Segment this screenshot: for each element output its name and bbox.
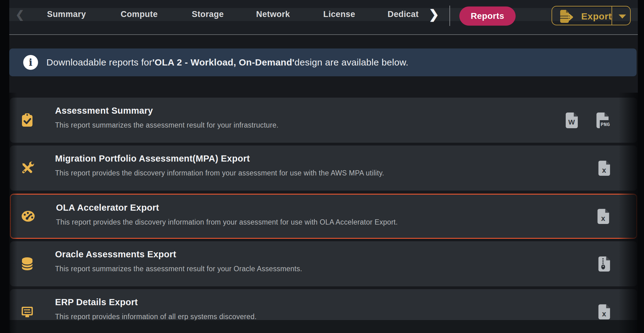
download-actions: x (597, 209, 610, 224)
chevron-right-icon[interactable]: ❯ (429, 8, 439, 20)
report-description: This report summarizes the assessment re… (55, 121, 278, 129)
database-icon (20, 256, 35, 271)
report-row-oracle-assessments-export: Oracle Assessments Export This report su… (10, 241, 637, 286)
banner-prefix: Downloadable reports for (46, 57, 152, 68)
svg-text:PNG: PNG (601, 122, 610, 128)
banner-text: Downloadable reports for 'OLA 2 - Worklo… (46, 48, 408, 76)
top-navigation-bar: ❮ Summary Compute Storage Network Licens… (9, 0, 638, 35)
tab-storage[interactable]: Storage (192, 10, 224, 19)
erp-board-icon (20, 304, 35, 319)
report-description: This report provides information of all … (55, 313, 257, 321)
file-png-icon[interactable]: PNG (596, 112, 611, 128)
tab-summary[interactable]: Summary (47, 10, 86, 19)
caret-down-icon[interactable] (619, 15, 626, 19)
chevron-left-icon[interactable]: ❮ (15, 9, 24, 20)
main-panel: ❮ Summary Compute Storage Network Licens… (9, 0, 638, 333)
tab-dedicated[interactable]: Dedicat (388, 10, 419, 19)
download-actions: x (598, 160, 611, 176)
reports-label: Reports (471, 11, 504, 21)
report-row-erp-details-export: ERP Details Export This report provides … (10, 289, 637, 333)
download-actions (598, 256, 611, 272)
report-title: Migration Portfolio Assessment(MPA) Expo… (55, 154, 250, 164)
header-divider-line (9, 34, 638, 35)
report-description: This report summarizes the assessment re… (55, 265, 302, 273)
svg-text:x: x (602, 166, 606, 174)
tools-icon (20, 161, 35, 175)
svg-text:x: x (602, 310, 606, 318)
tab-reports-active[interactable]: Reports (459, 6, 516, 26)
export-button-divider (612, 6, 612, 25)
tab-compute[interactable]: Compute (121, 10, 158, 19)
nav-divider (449, 6, 450, 26)
report-row-ola-accelerator-export: OLA Accelerator Export This report provi… (10, 194, 637, 239)
download-actions: x (598, 304, 611, 319)
export-label: Export (581, 11, 612, 22)
file-export-icon (559, 10, 573, 23)
file-excel-icon[interactable]: x (597, 209, 610, 224)
info-banner: i Downloadable reports for 'OLA 2 - Work… (9, 48, 637, 76)
file-zip-icon[interactable] (598, 256, 611, 272)
svg-text:W: W (568, 118, 575, 126)
report-title: ERP Details Export (55, 297, 138, 307)
svg-text:x: x (601, 214, 605, 222)
report-title: Assessment Summary (55, 106, 153, 116)
clipboard-check-icon (20, 113, 35, 128)
file-word-icon[interactable]: W (565, 112, 579, 128)
info-icon: i (23, 55, 38, 70)
report-row-assessment-summary: Assessment Summary This report summarize… (10, 98, 637, 143)
banner-suffix: design are available below. (294, 57, 408, 68)
report-title: Oracle Assessments Export (55, 249, 176, 259)
banner-design-name: 'OLA 2 - Workload, On-Demand' (152, 57, 294, 68)
report-title: OLA Accelerator Export (56, 203, 159, 213)
file-excel-icon[interactable]: x (598, 160, 611, 176)
export-button[interactable]: Export (552, 6, 631, 25)
tab-network[interactable]: Network (256, 10, 290, 19)
report-description: This report provides the discovery infor… (56, 218, 398, 226)
file-excel-icon[interactable]: x (598, 304, 611, 319)
report-description: This report provides the discovery infor… (55, 169, 384, 177)
report-row-mpa-export: Migration Portfolio Assessment(MPA) Expo… (10, 145, 637, 191)
gauge-icon (21, 209, 36, 224)
tab-license[interactable]: License (323, 10, 355, 19)
download-actions: W PNG (565, 112, 611, 128)
